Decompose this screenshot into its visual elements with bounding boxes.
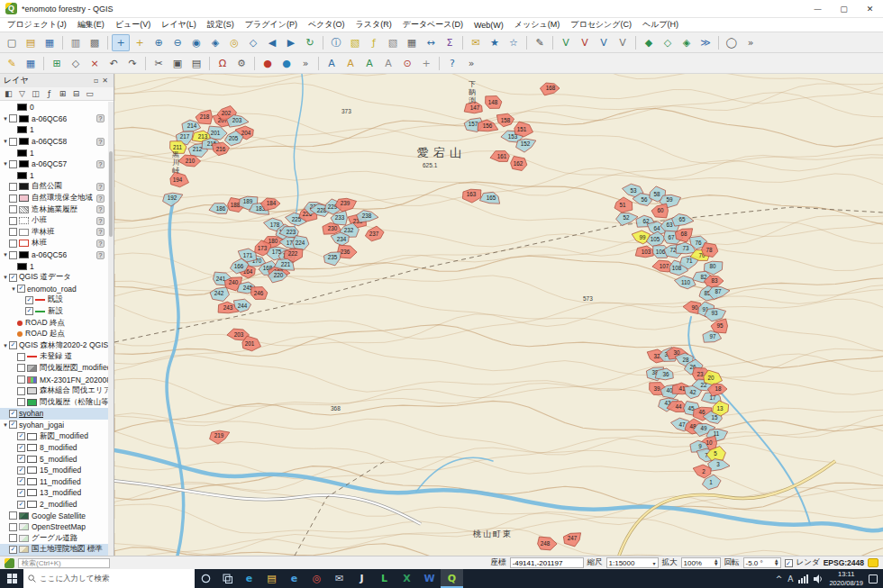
menu-item-3[interactable]: レイヤ(L) — [156, 19, 202, 31]
unknown-crs-badge[interactable]: ? — [96, 240, 105, 248]
taskbar-app-file-explorer[interactable]: ▤ — [260, 569, 283, 588]
move-label-button[interactable]: + — [417, 55, 435, 72]
close-button[interactable]: ✕ — [857, 0, 883, 18]
filter-legend-icon[interactable]: ▽ — [16, 88, 28, 100]
layer-checkbox[interactable] — [9, 114, 17, 122]
layer-checkbox[interactable] — [9, 205, 17, 213]
layer-item[interactable]: OpenStreetMap — [0, 521, 114, 533]
pin-labels-button[interactable]: V — [576, 34, 594, 51]
cut-features-button[interactable]: ✂ — [150, 55, 168, 72]
processing-toolbox-button[interactable]: ⚙ — [232, 55, 250, 72]
task-view-button[interactable] — [216, 569, 238, 588]
snapping-button[interactable]: Ω — [214, 55, 232, 72]
layer-item[interactable]: ✓syohan — [0, 408, 114, 420]
layer-checkbox[interactable] — [17, 375, 25, 384]
layer-expand-arrow[interactable]: ▾ — [2, 115, 9, 122]
magnifier-spinner[interactable]: 100% ▲▼ — [681, 557, 721, 568]
zoom-native-button[interactable]: ◉ — [187, 34, 205, 51]
layer-checkbox[interactable] — [9, 183, 17, 191]
collapse-all-icon[interactable]: ⊟ — [70, 88, 82, 100]
filter-by-expression-icon[interactable]: ƒ — [43, 88, 55, 100]
coordinate-input[interactable] — [510, 557, 584, 568]
layer-checkbox[interactable]: ✓ — [17, 455, 25, 463]
action-center-icon[interactable] — [869, 574, 878, 583]
paste-features-button[interactable]: ▤ — [187, 55, 205, 72]
new-shapefile-layer-button[interactable]: ◇ — [659, 34, 677, 51]
taskbar-app-jw-cad[interactable]: J — [350, 569, 373, 588]
layer-checkbox[interactable]: ✓ — [9, 410, 17, 418]
manage-map-themes-icon[interactable]: ◫ — [30, 88, 41, 100]
rotation-spinner[interactable]: -5.0 ° ▲▼ — [743, 557, 781, 568]
delete-selected-button[interactable]: × — [86, 55, 104, 72]
layer-checkbox[interactable]: ✓ — [17, 432, 25, 440]
taskbar-app-qgis[interactable]: Q — [441, 569, 463, 588]
zoom-out-button[interactable]: ⊖ — [168, 34, 187, 51]
layer-checkbox[interactable] — [9, 138, 17, 146]
vertex-tool-button[interactable]: ◇ — [67, 55, 85, 72]
menu-item-9[interactable]: Web(W) — [469, 21, 509, 30]
layer-item[interactable]: ✓11_modified — [0, 476, 114, 488]
attribute-table-button[interactable]: ▦ — [403, 34, 421, 51]
save-layer-edits-button[interactable]: ▦ — [22, 55, 40, 72]
zoom-to-selection-button[interactable]: ◎ — [225, 34, 243, 51]
layer-checkbox[interactable]: ✓ — [17, 489, 25, 497]
map-canvas[interactable]: 2182142072022032042052012172132112122152… — [114, 74, 883, 556]
network-icon[interactable] — [798, 574, 808, 583]
deselect-features-button[interactable]: ▧ — [384, 34, 402, 51]
crs-button[interactable]: EPSG:2448 — [824, 558, 864, 567]
select-by-expression-button[interactable]: ƒ — [365, 34, 383, 51]
menu-item-2[interactable]: ビュー(V) — [110, 19, 156, 31]
layer-checkbox[interactable]: ✓ — [17, 466, 25, 475]
menu-item-11[interactable]: プロセシング(C) — [565, 19, 637, 31]
expand-all-icon[interactable]: ⊞ — [57, 88, 68, 100]
layer-item[interactable]: 1 — [0, 260, 114, 272]
layer-expand-arrow[interactable]: ▾ — [2, 138, 9, 145]
taskbar-search[interactable]: ここに入力して検索 — [23, 569, 195, 588]
layer-item[interactable]: ▾✓syohan_jogai — [0, 420, 114, 431]
add-feature-button[interactable]: ⊞ — [48, 55, 66, 72]
minimize-button[interactable]: — — [805, 0, 831, 18]
layer-item[interactable]: ROAD 起点 — [0, 329, 114, 340]
layer-item[interactable]: ▾✓QGIS 道データ — [0, 272, 114, 284]
menu-item-0[interactable]: プロジェクト(J) — [2, 19, 72, 31]
menu-item-7[interactable]: ラスタ(R) — [350, 19, 397, 31]
layers-scrollbar[interactable] — [108, 102, 114, 556]
layer-item[interactable]: ✓新図_modified — [0, 430, 114, 442]
unknown-crs-badge[interactable]: ? — [96, 194, 105, 203]
zoom-in-button[interactable]: ⊕ — [150, 34, 168, 51]
taskbar-app-edge[interactable]: e — [238, 569, 260, 588]
road-end-point-button[interactable]: ● — [278, 55, 296, 72]
open-project-button[interactable]: ▤ — [22, 34, 40, 51]
layer-checkbox[interactable] — [17, 353, 25, 361]
taskbar-app-mail[interactable]: ✉ — [328, 569, 350, 588]
taskbar-app-internet-explorer[interactable]: e — [283, 569, 305, 588]
menu-item-8[interactable]: データベース(D) — [397, 19, 469, 31]
unknown-crs-badge[interactable]: ? — [96, 228, 105, 236]
taskbar-app-line[interactable]: L — [373, 569, 396, 588]
layer-checkbox[interactable] — [9, 217, 17, 225]
layer-checkbox[interactable]: ✓ — [17, 285, 25, 293]
panel-dock-icon[interactable]: ▫ — [92, 77, 100, 85]
highlight-labels-button[interactable]: V — [595, 34, 613, 51]
statistics-button[interactable]: Σ — [441, 34, 459, 51]
zoom-full-button[interactable]: ◈ — [206, 34, 224, 51]
toggle-editing-button[interactable]: ✎ — [3, 55, 21, 72]
unknown-crs-badge[interactable]: ? — [96, 138, 105, 146]
layer-checkbox[interactable]: ✓ — [17, 477, 25, 485]
layer-checkbox[interactable]: ✓ — [9, 421, 17, 429]
layer-expand-arrow[interactable]: ▾ — [2, 274, 9, 281]
layer-checkbox[interactable] — [9, 534, 17, 542]
cortana-button[interactable] — [195, 569, 216, 588]
layer-expand-arrow[interactable]: ▾ — [2, 421, 9, 429]
layer-item[interactable]: MX-2301FN_20200811_12000... — [0, 374, 114, 385]
undo-button[interactable]: ↶ — [105, 55, 123, 72]
layer-checkbox[interactable] — [9, 240, 17, 248]
menu-item-6[interactable]: ベクタ(O) — [303, 19, 350, 31]
layer-checkbox[interactable]: ✓ — [17, 501, 25, 509]
layer-checkbox[interactable] — [9, 511, 17, 520]
open-layer-styling-icon[interactable]: ◧ — [3, 88, 14, 100]
layer-item[interactable]: ✓2_modified — [0, 499, 114, 511]
zoom-to-layer-button[interactable]: ◇ — [244, 34, 262, 51]
layer-item[interactable]: ▾a-06QC56? — [0, 249, 114, 261]
unknown-crs-badge[interactable]: ? — [96, 183, 105, 191]
